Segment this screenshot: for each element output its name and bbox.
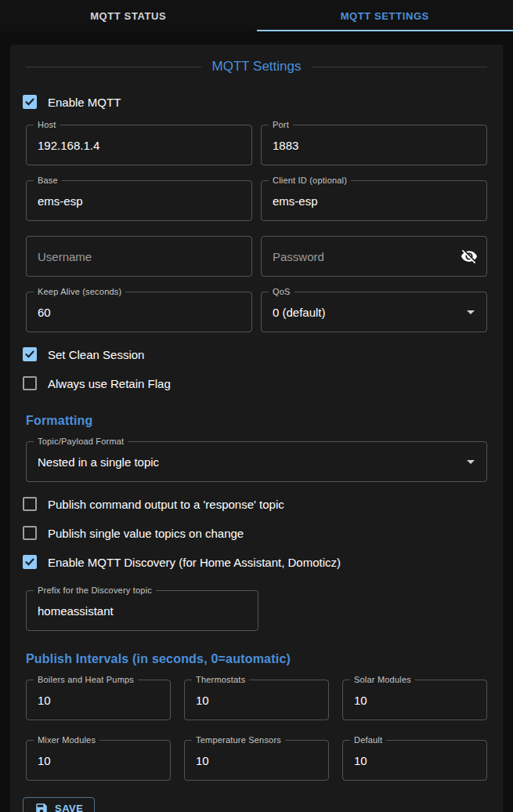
field-label: Thermostats — [192, 675, 249, 684]
keepalive-qos-row: Keep Alive (seconds) QoS 0 (default) — [26, 292, 487, 332]
save-button-label: SAVE — [55, 803, 83, 812]
checkbox-mqtt-discovery[interactable]: Enable MQTT Discovery (for Home Assistan… — [23, 553, 487, 571]
boilers-interval-field[interactable]: Boilers and Heat Pumps — [26, 680, 171, 720]
save-button[interactable]: SAVE — [23, 797, 95, 812]
mixer-interval-field[interactable]: Mixer Modules — [26, 740, 171, 781]
keep-alive-input[interactable] — [27, 292, 251, 332]
checkbox-label: Set Clean Session — [48, 348, 144, 361]
field-label: Mixer Modules — [34, 735, 99, 745]
format-selected-value: Nested in a single topic — [27, 442, 486, 481]
topic-payload-format-select[interactable]: Topic/Payload Format Nested in a single … — [26, 441, 487, 482]
publish-intervals-heading: Publish Intervals (in seconds, 0=automat… — [26, 652, 487, 666]
tab-bar: MQTT STATUS MQTT SETTINGS — [0, 0, 513, 31]
qos-selected-value: 0 (default) — [262, 292, 486, 332]
checkbox-icon — [23, 555, 37, 569]
solar-interval-field[interactable]: Solar Modules — [342, 680, 487, 720]
checkbox-label: Enable MQTT — [48, 96, 121, 109]
check-icon — [24, 349, 35, 360]
toggle-password-visibility-button[interactable] — [460, 247, 479, 266]
save-icon — [34, 802, 49, 812]
field-label: Topic/Payload Format — [34, 437, 128, 446]
host-field[interactable]: Host — [26, 125, 252, 165]
checkbox-label: Always use Retain Flag — [48, 377, 171, 390]
host-input[interactable] — [27, 125, 251, 165]
base-input[interactable] — [27, 181, 251, 220]
tab-mqtt-status[interactable]: MQTT STATUS — [0, 0, 257, 31]
field-label: Solar Modules — [350, 675, 415, 684]
field-label: Keep Alive (seconds) — [34, 287, 125, 296]
checkbox-icon — [23, 347, 37, 361]
checkbox-icon — [23, 497, 37, 511]
checkbox-icon — [23, 376, 37, 390]
boilers-interval-input[interactable] — [27, 680, 170, 720]
checkbox-icon — [23, 95, 37, 109]
mqtt-settings-card: MQTT Settings Enable MQTT Host Port Base… — [10, 45, 503, 812]
solar-interval-input[interactable] — [343, 680, 486, 720]
visibility-off-icon — [461, 248, 478, 265]
check-icon — [24, 556, 35, 567]
temperature-interval-input[interactable] — [185, 741, 328, 780]
field-label: Boilers and Heat Pumps — [34, 675, 138, 684]
checkbox-clean-session[interactable]: Set Clean Session — [23, 345, 487, 364]
checkbox-enable-mqtt[interactable]: Enable MQTT — [23, 92, 487, 111]
checkbox-icon — [23, 526, 37, 540]
keep-alive-field[interactable]: Keep Alive (seconds) — [26, 292, 252, 332]
checkbox-response-topic[interactable]: Publish command output to a 'response' t… — [23, 495, 487, 513]
qos-select[interactable]: QoS 0 (default) — [261, 292, 487, 332]
title-divider: MQTT Settings — [26, 59, 487, 74]
active-tab-indicator — [257, 30, 513, 31]
checkbox-label: Enable MQTT Discovery (for Home Assistan… — [48, 556, 341, 569]
mixer-interval-input[interactable] — [27, 741, 170, 780]
client-id-input[interactable] — [262, 181, 486, 220]
thermostats-interval-input[interactable] — [185, 680, 328, 720]
client-id-field[interactable]: Client ID (optional) — [261, 180, 487, 221]
chevron-down-icon — [461, 452, 480, 471]
tab-mqtt-settings[interactable]: MQTT SETTINGS — [257, 0, 513, 31]
checkbox-label: Publish command output to a 'response' t… — [48, 498, 284, 511]
discovery-prefix-input[interactable] — [27, 591, 258, 630]
password-input[interactable] — [262, 237, 486, 276]
field-label: Base — [34, 176, 62, 185]
page-title: MQTT Settings — [212, 59, 302, 74]
divider-line — [26, 67, 201, 67]
password-field[interactable] — [261, 236, 487, 277]
temperature-interval-field[interactable]: Temperature Sensors — [184, 740, 329, 781]
checkbox-label: Publish single value topics on change — [48, 527, 244, 540]
thermostats-interval-field[interactable]: Thermostats — [184, 680, 329, 720]
username-input[interactable] — [27, 237, 251, 276]
checkbox-retain-flag[interactable]: Always use Retain Flag — [23, 374, 487, 393]
field-label: Client ID (optional) — [269, 176, 351, 185]
port-field[interactable]: Port — [261, 125, 487, 165]
port-input[interactable] — [262, 125, 486, 165]
base-field[interactable]: Base — [26, 180, 252, 221]
field-label: Host — [34, 120, 60, 129]
base-clientid-row: Base Client ID (optional) — [26, 180, 487, 221]
credentials-row — [26, 236, 487, 277]
chevron-down-icon — [461, 303, 480, 321]
field-label: Default — [350, 735, 386, 745]
host-port-row: Host Port — [26, 125, 487, 165]
field-label: Prefix for the Discovery topic — [34, 585, 156, 595]
field-label: QoS — [269, 287, 294, 296]
formatting-heading: Formatting — [26, 414, 487, 428]
checkbox-single-value-topics[interactable]: Publish single value topics on change — [23, 524, 487, 542]
username-field[interactable] — [26, 236, 252, 277]
check-icon — [24, 96, 35, 107]
publish-intervals-grid: Boilers and Heat Pumps Thermostats Solar… — [26, 680, 487, 781]
default-interval-input[interactable] — [343, 741, 486, 780]
discovery-prefix-field[interactable]: Prefix for the Discovery topic — [26, 590, 258, 631]
field-label: Port — [269, 120, 293, 129]
divider-line — [312, 67, 488, 67]
field-label: Temperature Sensors — [192, 735, 285, 745]
default-interval-field[interactable]: Default — [342, 740, 487, 781]
